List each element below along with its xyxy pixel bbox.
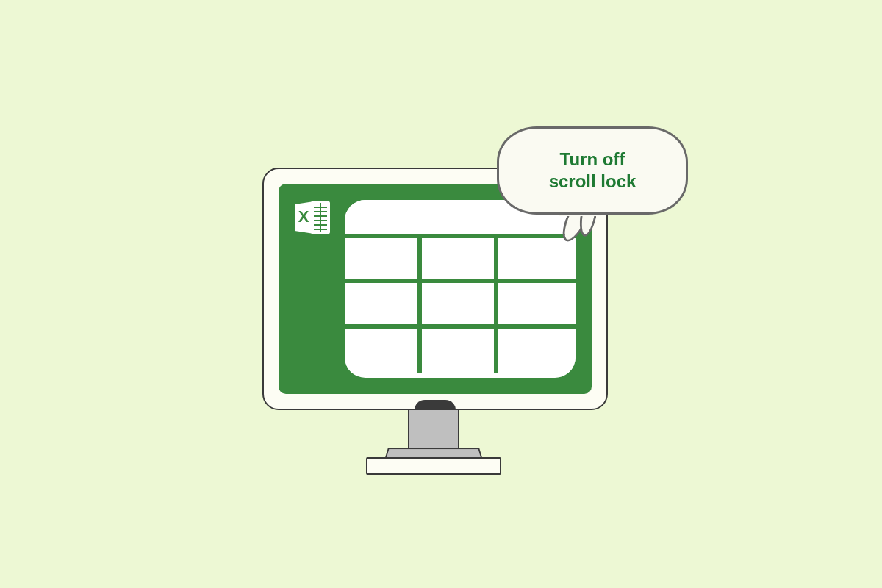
table-cell — [498, 238, 576, 283]
table-cell — [345, 238, 422, 283]
speech-bubble-text: Turn off scroll lock — [549, 148, 637, 193]
speech-bubble: Turn off scroll lock — [497, 126, 688, 215]
excel-icon: X — [292, 197, 333, 238]
svg-text:X: X — [298, 207, 309, 226]
screen: X — [279, 184, 592, 394]
table-cell — [422, 283, 499, 328]
table-cell — [498, 283, 576, 328]
table-body — [345, 238, 576, 373]
table-cell — [345, 283, 422, 328]
monitor-notch — [415, 400, 456, 410]
table-cell — [345, 329, 422, 373]
monitor-stand-base — [366, 457, 501, 475]
table-cell — [422, 238, 499, 283]
monitor-stand-neck — [408, 410, 459, 448]
table-cell — [498, 329, 576, 373]
spreadsheet-table — [345, 200, 576, 378]
table-cell — [422, 329, 499, 373]
